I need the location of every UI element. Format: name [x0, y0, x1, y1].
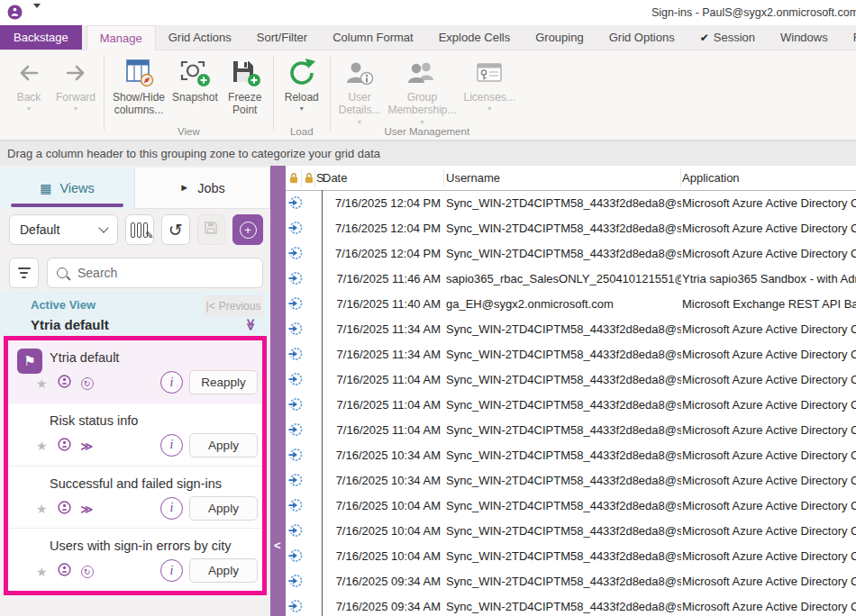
- favorite-star-icon[interactable]: ★: [36, 377, 48, 390]
- cell-application: Microsoft Azure Active Directory Co: [682, 247, 856, 260]
- tab-column-format[interactable]: Column Format: [320, 25, 426, 50]
- columns-icon: [123, 55, 154, 91]
- user-details-button[interactable]: User Details...▾: [335, 52, 385, 126]
- previous-view-button[interactable]: |<Previous: [204, 295, 263, 317]
- reload-button[interactable]: Reload▾: [278, 52, 325, 113]
- tab-explode-cells[interactable]: Explode Cells: [426, 25, 524, 50]
- favorite-star-icon[interactable]: ★: [36, 439, 48, 452]
- header-separator: [314, 169, 315, 187]
- ytria-badge-icon: [58, 563, 71, 580]
- info-button[interactable]: i: [160, 497, 183, 520]
- grid-row[interactable]: 7/16/2025 09:34 AMSync_WIN-2TD4CIPTM58_4…: [286, 593, 856, 616]
- apply-button[interactable]: Apply: [189, 558, 258, 583]
- column-header-username[interactable]: Username: [446, 171, 500, 185]
- frozen-column-divider[interactable]: [322, 190, 323, 616]
- tab-session[interactable]: ✔Session: [688, 25, 768, 50]
- tab-views[interactable]: ▦ Views: [0, 168, 134, 209]
- collapse-section-icon[interactable]: ≫: [245, 319, 259, 331]
- view-card-ytria-default[interactable]: ⚑Ytria default★↻iReapply: [8, 340, 262, 403]
- view-group-select[interactable]: Default: [9, 214, 118, 245]
- grid-row[interactable]: 7/16/2025 11:34 AMSync_WIN-2TD4CIPTM58_4…: [286, 316, 856, 341]
- grid-row[interactable]: 7/16/2025 11:04 AMSync_WIN-2TD4CIPTM58_4…: [286, 417, 856, 442]
- tab-jobs[interactable]: ► Jobs: [134, 168, 270, 209]
- column-header-application[interactable]: Application: [682, 171, 740, 185]
- grid-row[interactable]: 7/16/2025 12:04 PMSync_WIN-2TD4CIPTM58_4…: [286, 190, 856, 215]
- favorite-star-icon[interactable]: ★: [36, 566, 48, 578]
- grid-row[interactable]: 7/16/2025 12:04 PMSync_WIN-2TD4CIPTM58_4…: [286, 240, 856, 266]
- grid-row[interactable]: 7/16/2025 11:40 AMga_EH@sygx2.onmicrosof…: [286, 291, 856, 316]
- grid-row[interactable]: 7/16/2025 11:34 AMSync_WIN-2TD4CIPTM58_4…: [286, 341, 856, 367]
- grid-row[interactable]: 7/16/2025 12:04 PMSync_WIN-2TD4CIPTM58_4…: [286, 215, 856, 240]
- undo-button[interactable]: ↺: [161, 214, 190, 245]
- customize-toolbar-icon[interactable]: [32, 8, 42, 17]
- add-view-button[interactable]: +: [232, 214, 263, 245]
- search-input[interactable]: [76, 265, 253, 281]
- grid-row[interactable]: 7/16/2025 10:34 AMSync_WIN-2TD4CIPTM58_4…: [286, 467, 856, 493]
- tab-backstage[interactable]: Backstage: [0, 25, 82, 50]
- tab-sort-filter[interactable]: Sort/Filter: [244, 25, 320, 50]
- grid-row[interactable]: 7/16/2025 10:04 AMSync_WIN-2TD4CIPTM58_4…: [286, 493, 856, 518]
- cell-username: Sync_WIN-2TD4CIPTM58_4433f2d8eda8@syg: [446, 524, 681, 538]
- reload-icon: [286, 55, 318, 91]
- cell-date: 7/16/2025 11:46 AM: [323, 272, 441, 285]
- cell-application: Microsoft Azure Active Directory Co: [682, 322, 856, 336]
- grid-row[interactable]: 7/16/2025 11:04 AMSync_WIN-2TD4CIPTM58_4…: [286, 392, 856, 417]
- cell-username: Sync_WIN-2TD4CIPTM58_4433f2d8eda8@syg: [446, 448, 681, 462]
- view-name: Users with sign-in errors by city: [50, 539, 231, 553]
- views-search-row: [9, 258, 263, 288]
- dropdown-caret-icon: ▾: [74, 105, 77, 113]
- tab-feedback[interactable]: Feedback: [841, 25, 856, 50]
- sign-in-icon: [288, 574, 303, 588]
- forward-button[interactable]: Forward▾: [52, 52, 99, 113]
- tab-grouping[interactable]: Grouping: [523, 25, 596, 50]
- tab-windows[interactable]: Windows: [768, 25, 841, 50]
- tab-grid-actions[interactable]: Grid Actions: [156, 25, 244, 50]
- info-button[interactable]: i: [160, 434, 183, 457]
- panel-splitter[interactable]: <: [270, 166, 286, 616]
- back-button[interactable]: Back▾: [5, 52, 52, 113]
- grid-row[interactable]: 7/16/2025 11:04 AMSync_WIN-2TD4CIPTM58_4…: [286, 367, 856, 392]
- filter-button[interactable]: [9, 258, 39, 288]
- tab-grid-options[interactable]: Grid Options: [596, 25, 688, 50]
- apply-button[interactable]: Apply: [189, 496, 258, 521]
- grid-row[interactable]: 7/16/2025 11:46 AMsapio365_rbac_SalesONL…: [286, 266, 856, 291]
- dropdown-caret-icon: ▾: [300, 105, 304, 113]
- grid-row[interactable]: 7/16/2025 10:04 AMSync_WIN-2TD4CIPTM58_4…: [286, 518, 856, 543]
- cell-application: Microsoft Azure Active Directory Co: [682, 474, 856, 487]
- column-header-date[interactable]: Date: [323, 171, 347, 185]
- window-title: Sign-ins - PaulS@sygx2.onmicrosoft.com (…: [651, 6, 856, 19]
- group-membership-button[interactable]: Group Membership...▾: [384, 52, 460, 126]
- info-button[interactable]: i: [160, 559, 183, 582]
- tab-views-label: Views: [59, 181, 94, 195]
- snapshot-button[interactable]: Snapshot: [168, 52, 222, 104]
- sign-in-icon: [288, 296, 303, 311]
- show-hide-columns-button[interactable]: Show/Hide columns...: [109, 52, 168, 117]
- view-card-users-with-sign-in-errors-by-city[interactable]: Users with sign-in errors by city★↻iAppl…: [8, 528, 262, 591]
- plus-circle-icon: +: [240, 222, 257, 239]
- collapse-panel-icon[interactable]: <: [274, 539, 281, 552]
- tab-manage[interactable]: Manage: [87, 25, 156, 50]
- double-arrow-icon: ≫: [81, 503, 94, 515]
- cell-application: Microsoft Azure Active Directory Co: [682, 348, 856, 361]
- cell-application: Microsoft Azure Active Directory Co: [682, 196, 856, 210]
- cell-application: Microsoft Azure Active Directory Co: [682, 600, 856, 613]
- grid-row[interactable]: 7/16/2025 09:34 AMSync_WIN-2TD4CIPTM58_4…: [286, 568, 856, 593]
- reapply-button[interactable]: Reapply: [189, 370, 258, 394]
- grouping-zone[interactable]: Drag a column header to this grouping zo…: [0, 140, 856, 166]
- cell-date: 7/16/2025 11:04 AM: [323, 373, 441, 386]
- double-arrow-icon: ≫: [81, 440, 94, 452]
- freeze-point-button[interactable]: Freeze Point: [222, 52, 269, 117]
- favorite-star-icon[interactable]: ★: [36, 503, 48, 515]
- apply-button[interactable]: Apply: [189, 433, 258, 457]
- view-card-risk-status-info[interactable]: Risk status info★≫iApply: [8, 403, 262, 466]
- view-card-successful-and-failed-sign-ins[interactable]: Successful and failed sign-ins★≫iApply: [8, 466, 262, 529]
- edit-views-button[interactable]: ✎: [125, 214, 154, 245]
- grid-row[interactable]: 7/16/2025 10:04 AMSync_WIN-2TD4CIPTM58_4…: [286, 543, 856, 568]
- edit-columns-icon: ✎: [131, 222, 148, 238]
- licenses-button[interactable]: Licenses...▾: [460, 52, 518, 113]
- info-button[interactable]: i: [160, 371, 183, 394]
- sign-in-icon: [288, 271, 303, 285]
- save-view-button[interactable]: [197, 214, 226, 245]
- grid-row[interactable]: 7/16/2025 10:34 AMSync_WIN-2TD4CIPTM58_4…: [286, 442, 856, 467]
- view-badges: ★↻: [36, 375, 94, 392]
